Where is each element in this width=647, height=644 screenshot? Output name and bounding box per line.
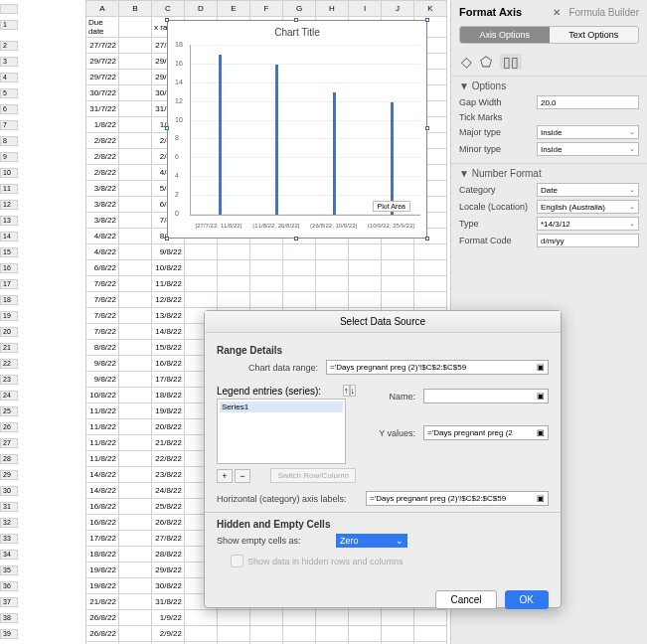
row-header[interactable]: 10	[0, 168, 18, 178]
format-code-input[interactable]: d/m/yy	[537, 234, 639, 247]
cell[interactable]	[382, 292, 414, 308]
row-header[interactable]: 29	[0, 470, 18, 480]
cell[interactable]: 11/8/22	[86, 435, 119, 451]
cell[interactable]	[119, 340, 152, 356]
cell[interactable]: 2/8/22	[86, 133, 119, 149]
cell[interactable]	[218, 244, 250, 260]
range-picker-icon[interactable]: ▣	[537, 392, 545, 401]
cell[interactable]	[349, 292, 382, 308]
cell[interactable]: 27/8/22	[152, 531, 185, 547]
cell[interactable]: 29/8/22	[152, 563, 185, 578]
cell[interactable]: 26/8/22	[86, 626, 119, 642]
cell[interactable]: 29/7/22	[86, 54, 119, 70]
cell[interactable]: 14/8/22	[86, 467, 119, 483]
cell[interactable]	[119, 403, 152, 419]
cell[interactable]	[119, 101, 152, 117]
cell[interactable]	[119, 388, 152, 403]
cell[interactable]	[119, 547, 152, 563]
cell[interactable]	[119, 244, 152, 260]
cell[interactable]: 23/8/22	[152, 467, 185, 483]
cell[interactable]	[119, 213, 152, 229]
cell[interactable]	[119, 276, 152, 292]
cell[interactable]	[349, 626, 382, 642]
cell[interactable]	[349, 260, 382, 276]
cell[interactable]	[119, 324, 152, 340]
row-header[interactable]: 18	[0, 295, 18, 305]
cell[interactable]: 3/8/22	[86, 213, 119, 229]
cell[interactable]	[119, 435, 152, 451]
row-header[interactable]: 24	[0, 391, 18, 401]
cell[interactable]	[119, 578, 152, 594]
column-header[interactable]: I	[349, 1, 382, 17]
cell[interactable]: 7/8/22	[86, 276, 119, 292]
series-list[interactable]: Series1	[217, 399, 346, 464]
cell[interactable]	[185, 626, 218, 642]
column-header[interactable]: H	[316, 1, 349, 17]
cell[interactable]: 10/8/22	[86, 388, 119, 403]
row-header[interactable]: 26	[0, 422, 18, 432]
cell[interactable]: 2/9/22	[152, 626, 185, 642]
row-header[interactable]: 34	[0, 550, 18, 560]
row-header[interactable]: 3	[0, 57, 18, 67]
series-item[interactable]: Series1	[220, 402, 343, 412]
cell[interactable]: 13/8/22	[152, 308, 185, 324]
row-header[interactable]: 11	[0, 184, 18, 194]
move-up-icon[interactable]: ↑	[343, 385, 350, 397]
cell[interactable]: 17/8/22	[86, 531, 119, 547]
cell[interactable]	[349, 244, 382, 260]
cell[interactable]	[185, 276, 218, 292]
cell[interactable]	[119, 149, 152, 165]
cell[interactable]: 9/8/22	[86, 356, 119, 372]
column-header[interactable]: F	[250, 1, 283, 17]
minor-type-select[interactable]: Inside⌄	[537, 142, 639, 156]
locale-select[interactable]: English (Australia)⌄	[537, 200, 639, 214]
row-header[interactable]: 33	[0, 534, 18, 544]
cell[interactable]	[283, 626, 316, 642]
cell[interactable]: 1/8/22	[86, 117, 119, 133]
cell[interactable]	[382, 276, 414, 292]
cell[interactable]: 22/8/22	[152, 451, 185, 467]
row-header[interactable]: 32	[0, 518, 18, 528]
cell[interactable]: 1/9/22	[152, 610, 185, 626]
cell[interactable]	[382, 626, 414, 642]
cell[interactable]	[316, 276, 349, 292]
cell[interactable]	[119, 133, 152, 149]
show-empty-select[interactable]: Zero⌄	[336, 534, 407, 548]
range-picker-icon[interactable]: ▣	[537, 363, 545, 372]
cell[interactable]	[316, 260, 349, 276]
cell[interactable]	[119, 85, 152, 101]
column-header[interactable]: G	[283, 1, 316, 17]
cell[interactable]	[316, 626, 349, 642]
row-header[interactable]: 1	[0, 20, 18, 30]
cell[interactable]: 9/8/22	[152, 244, 185, 260]
cell[interactable]	[283, 260, 316, 276]
series-name-input[interactable]: ▣	[423, 389, 549, 403]
cell[interactable]: 17/8/22	[152, 372, 185, 388]
chart-bar[interactable]	[275, 65, 278, 215]
cell[interactable]	[250, 276, 283, 292]
cell[interactable]	[382, 260, 414, 276]
cell[interactable]: 11/8/22	[86, 419, 119, 435]
cell[interactable]: 4/8/22	[86, 244, 119, 260]
cell[interactable]: 30/8/22	[152, 578, 185, 594]
row-header[interactable]: 27	[0, 438, 18, 448]
cell[interactable]	[119, 117, 152, 133]
cell[interactable]: Due date	[86, 17, 119, 38]
row-header[interactable]: 39	[0, 629, 18, 639]
cell[interactable]	[119, 499, 152, 515]
move-down-icon[interactable]: ↓	[350, 385, 357, 397]
cell[interactable]: 19/8/22	[86, 578, 119, 594]
cell[interactable]: 14/8/22	[152, 324, 185, 340]
row-header[interactable]: 23	[0, 375, 18, 385]
horizontal-axis-input[interactable]: ='Days pregnant preg (2)'!$C$2:$C$59▣	[366, 491, 549, 506]
ok-button[interactable]: OK	[505, 590, 549, 609]
cell[interactable]	[119, 308, 152, 324]
column-header[interactable]: J	[382, 1, 414, 17]
cell[interactable]	[119, 229, 152, 244]
cell[interactable]: 7/8/22	[86, 324, 119, 340]
cell[interactable]: 6/8/22	[86, 260, 119, 276]
y-values-input[interactable]: ='Days pregnant preg (2▣	[423, 425, 549, 440]
cell[interactable]: 3/8/22	[86, 197, 119, 213]
range-picker-icon[interactable]: ▣	[537, 428, 545, 437]
cell[interactable]: 21/8/22	[152, 435, 185, 451]
